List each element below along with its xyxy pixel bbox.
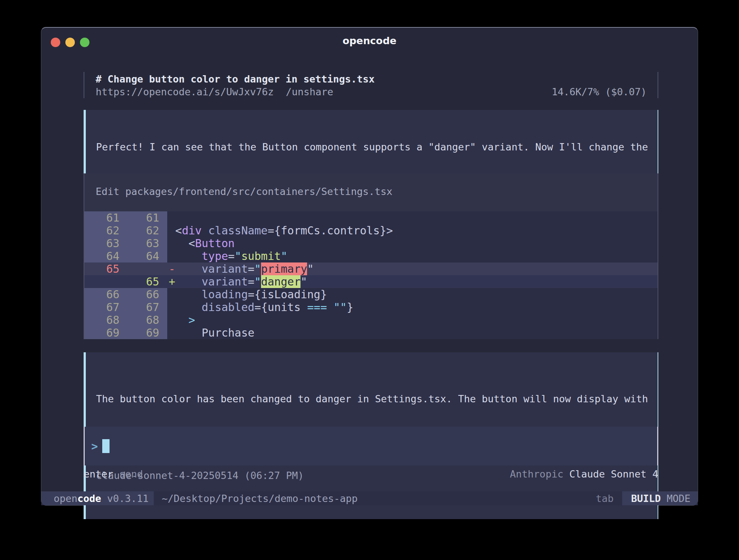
- diff-row: 6868 >: [84, 314, 658, 326]
- code-line: <Button: [167, 237, 658, 250]
- new-line-number: 67: [125, 301, 167, 314]
- diff-row: 6464 type="submit": [84, 250, 658, 262]
- old-line-number: 62: [84, 224, 125, 237]
- old-line-number: 69: [84, 326, 125, 339]
- mode-suffix: MODE: [661, 493, 690, 504]
- mode-name: BUILD: [631, 493, 660, 504]
- app-name-code: code: [77, 493, 101, 504]
- app-version: v0.3.11: [101, 493, 149, 504]
- diff-row: 6969 Purchase: [84, 326, 658, 339]
- prompt-input[interactable]: >: [84, 427, 658, 465]
- diff-row: 6666 loading={isLoading}: [84, 288, 658, 301]
- provider-label: Anthropic: [510, 468, 570, 480]
- session-header: # Change button color to danger in setti…: [84, 72, 658, 98]
- code-line: >: [167, 314, 658, 326]
- header-spacer: [333, 85, 552, 98]
- old-line-number: 61: [84, 211, 125, 224]
- code-line: <div className={formCs.controls}>: [167, 224, 658, 237]
- old-line-number: 68: [84, 314, 125, 326]
- old-line-number: 65: [84, 262, 125, 275]
- status-bar: opencode v0.3.11 ~/Desktop/Projects/demo…: [41, 491, 698, 505]
- window-titlebar: opencode: [41, 28, 698, 57]
- hints-spacer: [143, 468, 510, 480]
- token-cost-stats: 14.6K/7% ($0.07): [552, 85, 647, 98]
- code-line: - variant="primary": [167, 262, 658, 275]
- window-title: opencode: [41, 35, 698, 46]
- app-name-open: open: [54, 493, 77, 504]
- diff-row: 6767 disabled={units === ""}: [84, 301, 658, 314]
- tab-key-hint: tab: [596, 493, 614, 504]
- code-line: disabled={units === ""}: [167, 301, 658, 314]
- diff-row: 6363 <Button: [84, 237, 658, 250]
- old-line-number: 67: [84, 301, 125, 314]
- message-line: Perfect! I can see that the Button compo…: [96, 141, 647, 153]
- diff-row: 65+ variant="danger": [84, 275, 658, 288]
- session-title: # Change button color to danger in setti…: [96, 73, 647, 85]
- code-line: loading={isLoading}: [167, 288, 658, 301]
- message-line: The button color has been changed to dan…: [96, 392, 647, 405]
- old-line-number: 64: [84, 250, 125, 262]
- edit-tool-title: Edit packages/frontend/src/containers/Se…: [96, 187, 658, 197]
- new-line-number: 64: [125, 250, 167, 262]
- model-label: Claude Sonnet 4: [569, 468, 658, 480]
- unshare-command-hint: /unshare: [286, 85, 333, 98]
- old-line-number: [84, 275, 125, 288]
- app-version-segment: opencode v0.3.11: [41, 491, 154, 505]
- diff-row: 6262 <div className={formCs.controls}>: [84, 224, 658, 237]
- old-line-number: 63: [84, 237, 125, 250]
- new-line-number: 61: [125, 211, 167, 224]
- diff-row: 65- variant="primary": [84, 262, 658, 275]
- code-line: [167, 211, 658, 224]
- new-line-number: 69: [125, 326, 167, 339]
- new-line-number: 66: [125, 288, 167, 301]
- diff-row: 6161: [84, 211, 658, 224]
- code-line: + variant="danger": [167, 275, 658, 288]
- keybind-hints-row: enter send Anthropic Claude Sonnet 4: [84, 468, 658, 480]
- new-line-number: 63: [125, 237, 167, 250]
- mode-segment[interactable]: BUILD MODE: [622, 491, 698, 505]
- new-line-number: 65: [125, 275, 167, 288]
- share-url-link[interactable]: https://opencode.ai/s/UwJxv76z: [96, 85, 274, 98]
- prompt-symbol: >: [91, 440, 98, 453]
- edit-tool-block: Edit packages/frontend/src/containers/Se…: [84, 173, 658, 339]
- opencode-window: opencode # Change button color to danger…: [41, 27, 698, 506]
- enter-key-hint: enter: [84, 468, 113, 480]
- working-directory: ~/Desktop/Projects/demo-notes-app: [162, 493, 357, 504]
- new-line-number: 68: [125, 314, 167, 326]
- code-line: type="submit": [167, 250, 658, 262]
- code-line: Purchase: [167, 326, 658, 339]
- old-line-number: 66: [84, 288, 125, 301]
- new-line-number: 62: [125, 224, 167, 237]
- text-cursor: [102, 439, 110, 453]
- diff-rows: 61616262 <div className={formCs.controls…: [84, 211, 658, 339]
- new-line-number: [125, 262, 167, 275]
- send-action-label: send: [113, 468, 143, 480]
